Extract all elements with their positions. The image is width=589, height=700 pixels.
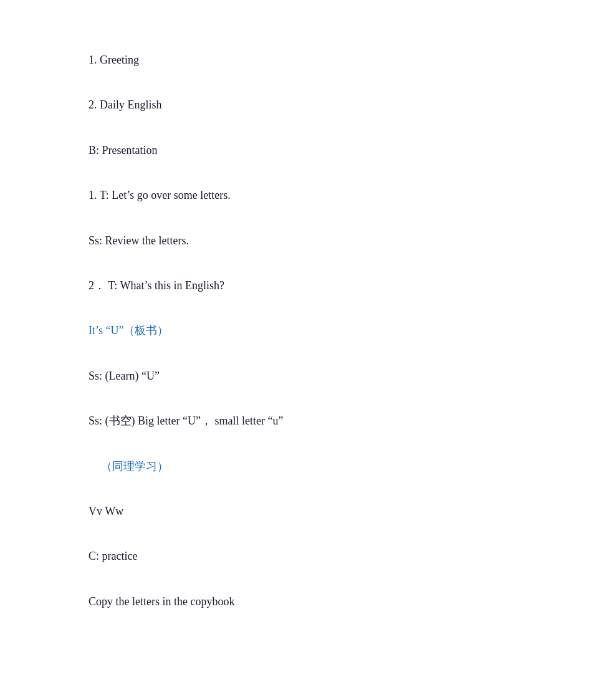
- section-review: Ss: Review the letters.: [89, 231, 500, 251]
- section-daily-english: 2. Daily English: [89, 95, 500, 115]
- page-content: 1. Greeting 2. Daily English B: Presenta…: [0, 0, 589, 686]
- line-practice: C: practice: [89, 546, 500, 566]
- line-presentation: B: Presentation: [89, 140, 500, 160]
- section-ss-learn: Ss: (Learn) “U”: [89, 366, 500, 386]
- section-ss-shukonng: Ss: (书空) Big letter “U”， small letter “u…: [89, 411, 500, 431]
- line-whats-this: 2． T: What’s this in English?: [89, 276, 500, 295]
- line-lets-go-over: 1. T: Let’s go over some letters.: [89, 185, 500, 205]
- line-ss-learn: Ss: (Learn) “U”: [89, 366, 500, 386]
- line-copy-letters: Copy the letters in the copybook: [89, 592, 500, 611]
- section-presentation: B: Presentation: [89, 140, 500, 160]
- section-item-1: 1. T: Let’s go over some letters.: [89, 185, 500, 205]
- section-copy: Copy the letters in the copybook: [89, 592, 500, 611]
- section-vv-ww: Vv Ww: [89, 501, 500, 521]
- section-greeting: 1. Greeting: [89, 50, 500, 70]
- line-tongli: （同理学习）: [89, 456, 500, 476]
- section-tongli: （同理学习）: [89, 456, 500, 476]
- section-item-2: 2． T: What’s this in English?: [89, 276, 500, 295]
- line-daily-english: 2. Daily English: [89, 95, 500, 115]
- line-greeting: 1. Greeting: [89, 50, 500, 70]
- line-vv-ww: Vv Ww: [89, 501, 500, 521]
- line-ss-big-small: Ss: (书空) Big letter “U”， small letter “u…: [89, 411, 500, 431]
- section-practice: C: practice: [89, 546, 500, 566]
- line-its-u: It’s “U”（板书）: [89, 320, 500, 340]
- line-review-letters: Ss: Review the letters.: [89, 231, 500, 251]
- section-its-u: It’s “U”（板书）: [89, 320, 500, 340]
